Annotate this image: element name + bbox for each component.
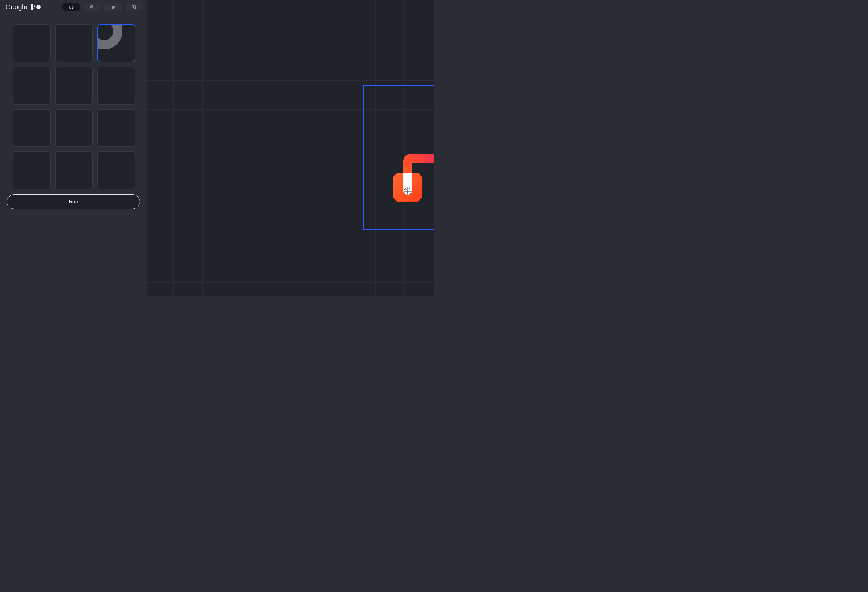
target-icon	[90, 4, 94, 9]
palette-tile[interactable]	[97, 67, 135, 105]
gear-icon	[131, 4, 136, 9]
run-button[interactable]: Run	[7, 194, 140, 209]
palette-tile[interactable]	[97, 151, 135, 189]
eye-icon	[111, 4, 115, 9]
run-label: Run	[69, 199, 78, 204]
palette-tile[interactable]	[13, 24, 51, 62]
palette-tile[interactable]	[55, 67, 93, 105]
svg-point-4	[112, 6, 114, 8]
hint-button[interactable]	[83, 3, 101, 11]
palette-tile[interactable]	[13, 109, 51, 147]
topbar: Google / 01	[0, 0, 147, 15]
canvas[interactable]	[147, 0, 434, 296]
svg-point-1	[91, 6, 93, 8]
path-straight-tile	[422, 144, 434, 173]
run-wrap: Run	[0, 188, 147, 215]
svg-point-5	[133, 6, 134, 8]
topbar-pills: 01	[62, 3, 143, 11]
app-root: Google / 01	[0, 0, 434, 296]
sidebar: Google / 01	[0, 0, 147, 296]
path-curve-tile	[393, 144, 422, 173]
level-label: 01	[69, 5, 73, 9]
ball-start-tile	[393, 173, 422, 202]
tile-grid	[10, 24, 137, 188]
palette-tile[interactable]	[13, 67, 51, 105]
logo-text: Google	[6, 3, 27, 11]
preview-button[interactable]	[104, 3, 122, 11]
palette-tile[interactable]	[13, 151, 51, 189]
palette-tile[interactable]	[97, 24, 135, 62]
logo: Google /	[6, 3, 40, 11]
logo-io-icon: /	[31, 4, 40, 11]
palette-tile[interactable]	[55, 151, 93, 189]
svg-rect-14	[422, 154, 434, 163]
svg-point-0	[90, 5, 94, 9]
settings-button[interactable]	[125, 3, 143, 11]
palette-tile[interactable]	[55, 24, 93, 62]
tile-palette	[0, 15, 147, 188]
palette-tile[interactable]	[97, 109, 135, 147]
palette-tile[interactable]	[55, 109, 93, 147]
playfield[interactable]	[363, 85, 434, 230]
level-pill[interactable]: 01	[62, 3, 80, 11]
curve-thumb-icon	[97, 24, 123, 49]
